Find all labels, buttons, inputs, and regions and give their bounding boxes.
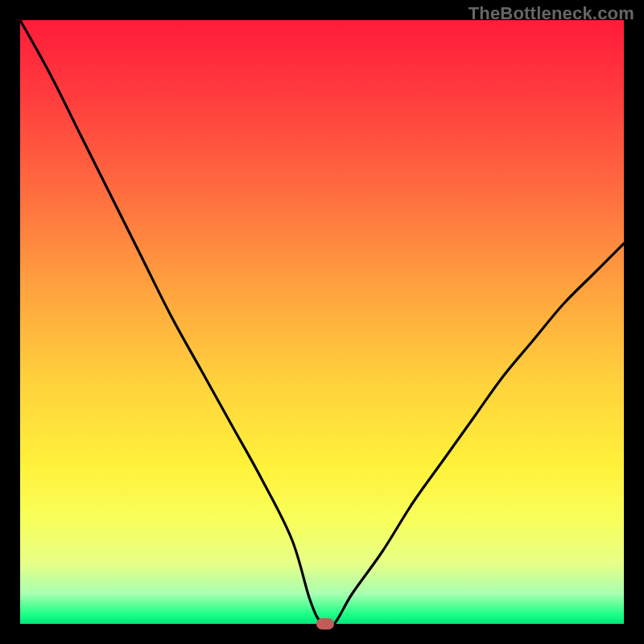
plot-area [20,20,624,624]
chart-stage: TheBottleneck.com [0,0,644,644]
bottleneck-curve [20,20,624,624]
current-point-marker [316,618,334,630]
watermark-text: TheBottleneck.com [469,3,634,24]
